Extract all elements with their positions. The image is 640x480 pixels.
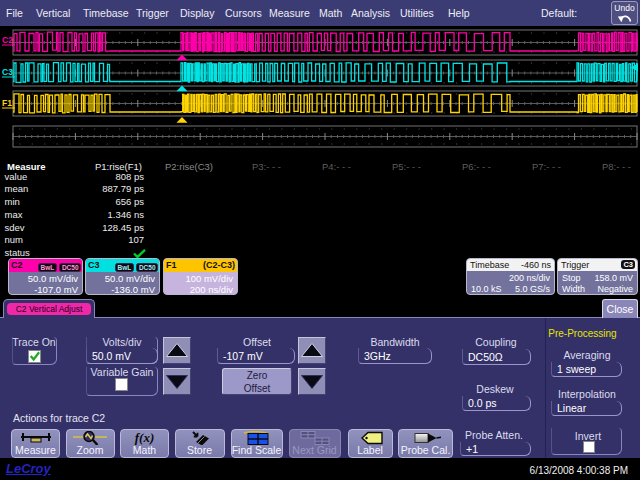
svg-text:C3: C3 (2, 67, 13, 77)
svg-text:C2: C2 (2, 35, 13, 45)
svg-text:F1: F1 (2, 98, 12, 108)
